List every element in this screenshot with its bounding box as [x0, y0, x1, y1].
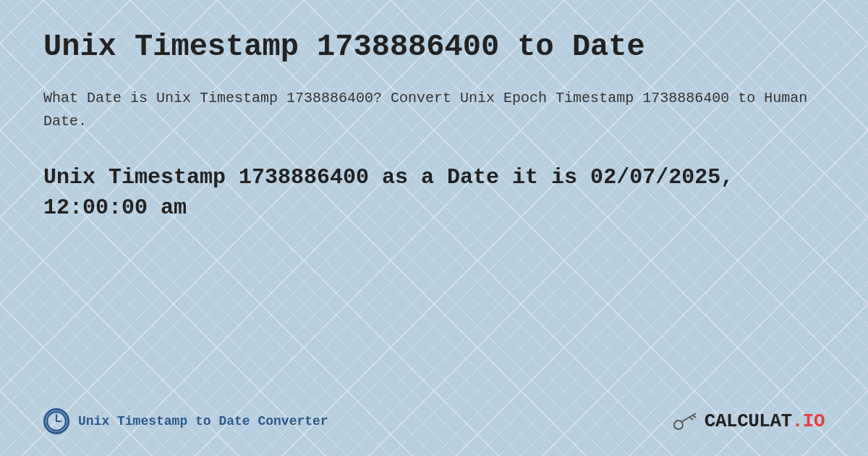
- page-title: Unix Timestamp 1738886400 to Date: [43, 29, 825, 65]
- logo-icon: [673, 410, 702, 432]
- svg-line-15: [690, 418, 693, 420]
- svg-line-14: [693, 415, 696, 418]
- result-text: Unix Timestamp 1738886400 as a Date it i…: [43, 162, 825, 223]
- footer: Unix Timestamp to Date Converter CALCULA…: [43, 408, 825, 434]
- result-section: Unix Timestamp 1738886400 as a Date it i…: [43, 162, 825, 223]
- page-description: What Date is Unix Timestamp 1738886400? …: [43, 87, 825, 133]
- footer-label: Unix Timestamp to Date Converter: [78, 414, 328, 428]
- svg-line-13: [681, 413, 696, 422]
- footer-left: Unix Timestamp to Date Converter: [43, 408, 328, 434]
- calculat-logo: CALCULAT.IO: [673, 410, 825, 432]
- clock-icon: [43, 408, 69, 434]
- logo-text: CALCULAT.IO: [705, 410, 825, 432]
